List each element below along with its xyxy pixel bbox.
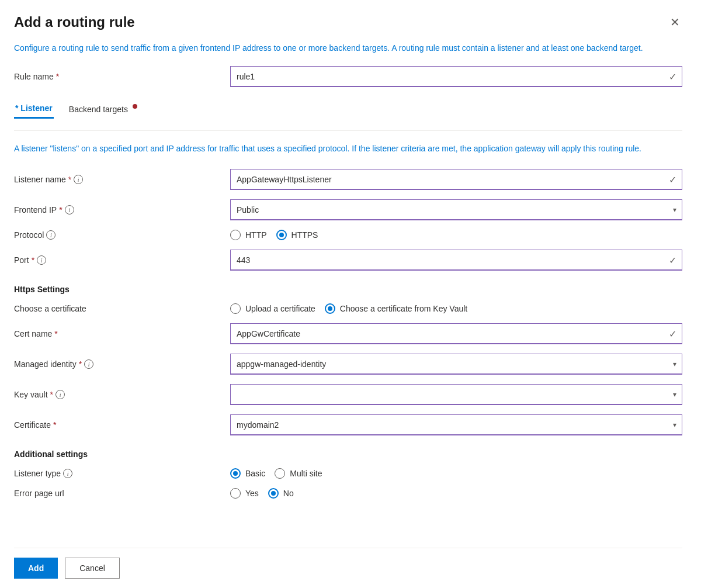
listener-type-basic-radio[interactable] [230,468,241,479]
footer-bar: Add Cancel [14,548,682,588]
protocol-input-area: HTTP HTTPS [230,230,682,240]
close-button[interactable]: ✕ [668,14,682,30]
rule-name-input-area: ✓ [230,66,682,87]
managed-identity-select[interactable]: appgw-managed-identity [230,354,682,375]
tabs-divider [14,130,682,131]
protocol-https-option[interactable]: HTTPS [276,230,318,240]
listener-name-wrapper: ✓ [230,169,682,190]
port-info-icon[interactable]: i [37,255,46,265]
certificate-radio-group: Upload a certificate Choose a certificat… [230,303,682,314]
protocol-info-icon[interactable]: i [46,230,55,240]
port-input[interactable] [230,250,682,271]
cert-name-label: Cert name * [14,329,230,338]
listener-type-basic-option[interactable]: Basic [230,468,265,479]
listener-name-row: Listener name * i ✓ [14,169,682,190]
key-vault-label: Key vault * i [14,390,230,399]
port-input-area: ✓ [230,250,682,271]
certificate-row: Certificate * mydomain2 ▾ [14,414,682,435]
cancel-button[interactable]: Cancel [65,558,120,579]
https-settings-heading: Https Settings [14,285,682,294]
protocol-row: Protocol i HTTP HTTPS [14,230,682,240]
protocol-https-radio[interactable] [276,230,287,240]
cert-name-check-icon: ✓ [669,328,676,340]
error-page-no-option[interactable]: No [268,488,294,499]
key-vault-row: Key vault * i ▾ [14,384,682,405]
listener-description: A listener "listens" on a specified port… [14,143,682,155]
key-vault-select[interactable] [230,384,682,405]
certificate-select[interactable]: mydomain2 [230,414,682,435]
error-page-url-radio-group: Yes No [230,488,682,499]
key-vault-info-icon[interactable]: i [55,390,65,399]
rule-name-input[interactable] [230,66,682,87]
upload-certificate-option[interactable]: Upload a certificate [230,303,315,314]
protocol-label: Protocol i [14,230,230,240]
protocol-http-option[interactable]: HTTP [230,230,267,240]
check-icon: ✓ [669,71,676,82]
port-input-wrapper: ✓ [230,250,682,271]
key-vault-select-wrapper: ▾ [230,384,682,405]
rule-name-row: Rule name * ✓ [14,66,682,87]
frontend-ip-info-icon[interactable]: i [65,205,74,215]
frontend-ip-input-area: Public Private ▾ [230,199,682,220]
listener-name-input-area: ✓ [230,169,682,190]
port-row: Port * i ✓ [14,250,682,271]
cert-name-input-wrapper: ✓ [230,323,682,344]
managed-identity-input-area: appgw-managed-identity ▾ [230,354,682,375]
listener-type-info-icon[interactable]: i [63,469,72,478]
error-page-url-input-area: Yes No [230,488,682,499]
listener-type-label: Listener type i [14,469,230,478]
managed-identity-label: Managed identity * i [14,359,230,369]
managed-identity-select-wrapper: appgw-managed-identity ▾ [230,354,682,375]
dialog-description: Configure a routing rule to send traffic… [14,42,682,54]
listener-name-label: Listener name * i [14,175,230,184]
tabs-section: * Listener Backend targets [14,99,682,119]
certificate-select-wrapper: mydomain2 ▾ [230,414,682,435]
rule-name-input-wrapper: ✓ [230,66,682,87]
dialog: Add a routing rule ✕ Configure a routing… [0,0,701,588]
frontend-ip-select-wrapper: Public Private ▾ [230,199,682,220]
add-button[interactable]: Add [14,558,58,579]
port-check-icon: ✓ [669,255,676,266]
listener-type-input-area: Basic Multi site [230,468,682,479]
listener-type-multisite-option[interactable]: Multi site [275,468,322,479]
listener-type-multisite-radio[interactable] [275,468,285,479]
managed-identity-info-icon[interactable]: i [84,359,93,369]
choose-certificate-input-area: Upload a certificate Choose a certificat… [230,303,682,314]
rule-name-label: Rule name * [14,72,230,81]
keyvault-certificate-radio[interactable] [325,303,335,314]
tab-notification-dot [133,104,137,109]
choose-certificate-row: Choose a certificate Upload a certificat… [14,303,682,314]
listener-name-info-icon[interactable]: i [74,175,83,184]
frontend-ip-label: Frontend IP * i [14,205,230,215]
upload-certificate-radio[interactable] [230,303,241,314]
additional-settings-heading: Additional settings [14,449,682,459]
error-page-url-row: Error page url Yes No [14,488,682,499]
cert-name-input-area: ✓ [230,323,682,344]
protocol-http-radio[interactable] [230,230,241,240]
tab-listener[interactable]: * Listener [14,99,54,119]
tab-backend-targets[interactable]: Backend targets [68,99,138,119]
frontend-ip-row: Frontend IP * i Public Private ▾ [14,199,682,220]
error-page-url-label: Error page url [14,489,230,498]
listener-name-input[interactable] [230,169,682,190]
protocol-radio-group: HTTP HTTPS [230,230,682,240]
certificate-label: Certificate * [14,420,230,430]
key-vault-input-area: ▾ [230,384,682,405]
keyvault-certificate-option[interactable]: Choose a certificate from Key Vault [325,303,467,314]
managed-identity-row: Managed identity * i appgw-managed-ident… [14,354,682,375]
listener-name-check-icon: ✓ [669,174,676,185]
port-label: Port * i [14,255,230,265]
dialog-title: Add a routing rule [14,14,135,30]
cert-name-input[interactable] [230,323,682,344]
listener-type-radio-group: Basic Multi site [230,468,682,479]
dialog-header: Add a routing rule ✕ [14,14,682,30]
listener-type-row: Listener type i Basic Multi site [14,468,682,479]
required-star: * [56,72,59,81]
error-page-no-radio[interactable] [268,488,279,499]
error-page-yes-radio[interactable] [230,488,241,499]
choose-certificate-label: Choose a certificate [14,304,230,313]
certificate-input-area: mydomain2 ▾ [230,414,682,435]
cert-name-row: Cert name * ✓ [14,323,682,344]
error-page-yes-option[interactable]: Yes [230,488,259,499]
frontend-ip-select[interactable]: Public Private [230,199,682,220]
